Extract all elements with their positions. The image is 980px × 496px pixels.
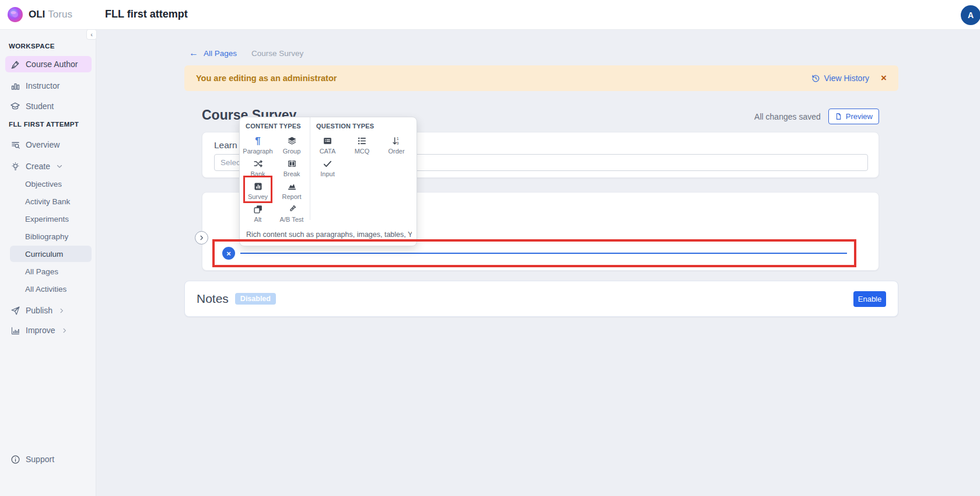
list-icon — [357, 136, 367, 146]
sidebar-item-all-pages[interactable]: All Pages — [10, 263, 92, 280]
preview-label: Preview — [846, 112, 873, 121]
vial-icon — [287, 204, 297, 214]
project-title: FLL first attempt — [105, 8, 188, 20]
sidebar-item-create[interactable]: Create — [5, 158, 92, 174]
chevron-right-icon — [58, 308, 65, 314]
content-type-label: Alt — [254, 216, 262, 223]
overview-icon — [10, 139, 20, 150]
logo-text-primary: OLI — [29, 9, 45, 20]
sidebar-item-label: Experiments — [25, 215, 69, 223]
poll-icon — [253, 181, 263, 191]
sidebar-item-label: Instructor — [26, 81, 60, 90]
sidebar-item-overview[interactable]: Overview — [5, 137, 92, 153]
question-type-input[interactable]: Input — [310, 156, 345, 179]
sidebar-item-label: Student — [26, 102, 54, 111]
breadcrumb-back-icon[interactable]: ← — [189, 48, 198, 58]
sidebar-item-support[interactable]: Support — [5, 451, 92, 467]
view-history-label: View History — [824, 74, 870, 83]
graduation-cap-icon — [10, 101, 20, 111]
content-type-label: Survey — [248, 193, 268, 200]
sort-numeric-icon: 19 — [391, 136, 401, 146]
content-type-bank[interactable]: Bank — [241, 156, 275, 179]
notes-title: Notes — [197, 292, 229, 306]
check-icon — [323, 159, 332, 169]
question-type-cata[interactable]: CATA — [310, 134, 345, 156]
content-type-break[interactable]: Break — [275, 156, 309, 179]
sidebar-item-label: Create — [26, 162, 50, 171]
sidebar-item-bibliography[interactable]: Bibliography — [10, 228, 92, 244]
sidebar-item-objectives[interactable]: Objectives — [10, 176, 92, 192]
list-alt-icon — [323, 136, 332, 146]
workspace-header: WORKSPACE — [9, 43, 55, 50]
admin-banner-message: You are editing as an administrator — [196, 74, 337, 83]
preview-button[interactable]: Preview — [828, 109, 879, 124]
question-type-label: Input — [320, 170, 334, 177]
brand-link[interactable]: OLI Torus — [7, 6, 72, 23]
sidebar-item-label: Improve — [26, 326, 55, 335]
bar-chart-icon — [10, 81, 20, 91]
histogram-icon — [10, 325, 20, 336]
sidebar-item-improve[interactable]: Improve — [5, 322, 92, 338]
columns-icon — [287, 159, 297, 169]
logo-text-secondary: Torus — [48, 9, 72, 20]
sidebar-item-label: Curriculum — [25, 250, 63, 259]
sidebar-item-student[interactable]: Student — [5, 98, 92, 114]
content-type-label: Group — [283, 148, 301, 155]
content-type-label: Break — [284, 170, 300, 177]
banner-close-icon[interactable]: × — [881, 72, 887, 84]
user-avatar[interactable]: A — [961, 5, 980, 25]
sidebar-item-course-author[interactable]: Course Author — [5, 56, 92, 72]
sidebar-item-all-activities[interactable]: All Activities — [10, 281, 92, 297]
sidebar-item-curriculum[interactable]: Curriculum — [10, 246, 92, 262]
admin-banner: You are editing as an administrator View… — [184, 65, 898, 91]
question-type-order[interactable]: 19 Order — [379, 134, 414, 156]
sidebar-item-label: Overview — [26, 140, 60, 149]
question-type-label: CATA — [320, 148, 336, 155]
sidebar-item-label: All Pages — [25, 267, 58, 276]
notes-disabled-badge: Disabled — [235, 293, 276, 305]
notes-card: Notes Disabled Enable — [184, 281, 898, 317]
content-type-ab-test[interactable]: A/B Test — [275, 202, 309, 225]
content-type-label: Bank — [250, 170, 265, 177]
expand-row-button[interactable] — [195, 231, 208, 244]
sidebar-item-publish[interactable]: Publish — [5, 302, 92, 319]
sidebar-collapse-button[interactable]: ‹ — [86, 29, 97, 40]
enable-notes-button[interactable]: Enable — [853, 291, 886, 307]
sidebar-item-label: Objectives — [25, 180, 62, 188]
objectives-card-label: Learn — [214, 140, 237, 151]
insert-toolbox-popup: CONTENT TYPES ¶ Paragraph Group — [239, 117, 417, 246]
breadcrumb-current: Course Survey — [251, 49, 303, 58]
content-type-label: Paragraph — [243, 148, 272, 155]
view-history-link[interactable]: View History — [811, 74, 870, 83]
chevron-down-icon — [56, 163, 63, 170]
content-type-report[interactable]: Report — [275, 179, 309, 202]
question-type-label: Order — [388, 148, 404, 155]
topbar: OLI Torus FLL first attempt A — [0, 0, 980, 30]
content-type-label: Report — [282, 193, 301, 200]
content-type-group[interactable]: Group — [275, 134, 309, 156]
pen-icon — [10, 59, 20, 69]
content-type-survey[interactable]: Survey — [241, 179, 275, 202]
sidebar-item-label: Publish — [26, 306, 52, 315]
lightbulb-icon — [10, 161, 20, 172]
chart-area-icon — [287, 181, 297, 191]
sidebar-item-instructor[interactable]: Instructor — [5, 78, 92, 94]
chevron-right-icon — [61, 327, 68, 334]
breadcrumb-all-pages[interactable]: All Pages — [204, 49, 237, 58]
document-icon — [835, 113, 842, 120]
content-type-paragraph[interactable]: ¶ Paragraph — [241, 134, 275, 156]
insertion-line — [240, 253, 847, 254]
info-circle-icon — [10, 454, 20, 464]
save-row: All changes saved Preview — [642, 109, 879, 124]
sidebar-item-label: All Activities — [25, 285, 66, 294]
question-type-mcq[interactable]: MCQ — [345, 134, 379, 156]
history-clock-icon — [811, 74, 820, 83]
close-insert-button[interactable]: × — [222, 247, 235, 260]
sidebar-item-activity-bank[interactable]: Activity Bank — [10, 193, 92, 209]
torus-logo-icon — [7, 6, 23, 23]
content-type-alt[interactable]: Alt — [241, 202, 275, 225]
sidebar-item-label: Course Author — [26, 60, 78, 69]
paragraph-icon: ¶ — [255, 136, 260, 146]
question-type-label: MCQ — [355, 148, 370, 155]
sidebar-item-experiments[interactable]: Experiments — [10, 211, 92, 227]
